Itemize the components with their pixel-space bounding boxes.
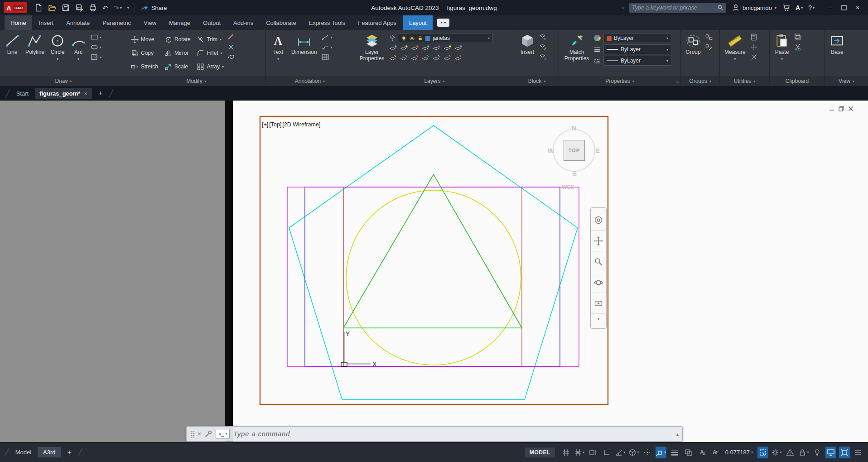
command-line-bar[interactable]: ⣿ × >_▾ ▴	[186, 426, 683, 442]
paste-button[interactable]: Paste ▾	[772, 32, 791, 63]
ribbon-tab-featured-apps[interactable]: Featured Apps	[352, 15, 402, 30]
cart-icon[interactable]	[782, 4, 790, 12]
viewcube-east[interactable]: E	[595, 147, 600, 154]
layer-tool-icon[interactable]	[443, 44, 452, 53]
insert-button[interactable]: Insert	[518, 32, 537, 57]
zoom-button[interactable]	[591, 251, 606, 272]
ribbon-tab-home[interactable]: Home	[5, 15, 32, 30]
viewcube-top-face[interactable]: TOP	[564, 140, 585, 161]
grid-toggle[interactable]	[560, 447, 571, 458]
graphics-performance-toggle[interactable]	[825, 447, 836, 458]
ortho-toggle[interactable]	[601, 447, 612, 458]
layer-thaw-icon[interactable]	[409, 35, 415, 41]
dimension-button[interactable]: Dimension	[289, 32, 319, 57]
lineweight-dropdown[interactable]: ByLayer▾	[603, 44, 671, 54]
osnap-tracking-toggle[interactable]	[642, 447, 653, 458]
point-style-button[interactable]	[749, 53, 758, 61]
command-close-icon[interactable]: ×	[198, 430, 201, 438]
ribbon-tab-addins[interactable]: Add-ins	[227, 15, 259, 30]
workspace-switching-button[interactable]: ▾	[771, 447, 782, 458]
command-customize-icon[interactable]	[205, 430, 212, 438]
copy-clip-button[interactable]	[793, 33, 802, 41]
ribbon-tab-insert[interactable]: Insert	[33, 15, 60, 30]
layer-tool-icon[interactable]	[410, 44, 420, 53]
ribbon-display-toggle[interactable]: ▪▾	[437, 19, 449, 27]
id-point-button[interactable]	[749, 43, 758, 51]
fillet-button[interactable]: Fillet▾	[196, 47, 225, 59]
maximize-button[interactable]	[837, 0, 851, 15]
annotation-panel-label[interactable]: Annotation▾	[266, 76, 354, 86]
viewcube-west[interactable]: W	[548, 147, 554, 154]
search-icon[interactable]	[717, 5, 723, 11]
isolate-objects-toggle[interactable]	[812, 447, 823, 458]
layer-dropdown[interactable]: janelas ▾	[398, 33, 493, 43]
close-button[interactable]: ×	[851, 0, 864, 15]
new-file-tab-button[interactable]: +	[98, 89, 102, 97]
viewport-visual-style-control[interactable]: [2D Wireframe]	[282, 121, 320, 128]
layer-tool-icon[interactable]	[421, 44, 430, 53]
draw-panel-label[interactable]: Draw▾	[0, 76, 127, 86]
search-box[interactable]	[629, 3, 726, 13]
viewcube-north[interactable]: N	[572, 124, 577, 132]
layer-tool-icon[interactable]	[389, 44, 398, 53]
block-attributes-button[interactable]: a	[539, 53, 548, 61]
plot-icon[interactable]	[89, 4, 97, 12]
file-tab-close-icon[interactable]: ×	[84, 90, 87, 97]
measure-button[interactable]: Measure ▾	[723, 32, 747, 63]
selection-window-toggle[interactable]	[757, 447, 768, 458]
open-file-icon[interactable]	[48, 4, 56, 12]
layer-tool-icon[interactable]	[454, 54, 463, 62]
annotation-scale-button[interactable]: 0.077187▾	[723, 449, 755, 456]
polar-tracking-toggle[interactable]: ▾	[615, 447, 626, 458]
clean-screen-toggle[interactable]	[839, 447, 850, 458]
ribbon-tab-view[interactable]: View	[138, 15, 162, 30]
properties-dialog-launcher-icon[interactable]: »	[676, 80, 679, 85]
selection-cycling-toggle[interactable]	[683, 447, 694, 458]
viewport-plus-control[interactable]: [+]	[262, 121, 268, 128]
hatch-tool-button[interactable]: ▾	[90, 53, 101, 61]
ellipse-tool-button[interactable]: ▾	[90, 43, 101, 51]
ribbon-tab-annotate[interactable]: Annotate	[60, 15, 96, 30]
doc-close-icon[interactable]	[848, 106, 854, 111]
groups-panel-label[interactable]: Groups▾	[681, 76, 719, 86]
layer-tool-icon[interactable]	[400, 54, 409, 62]
magenta-rectangle-shape[interactable]	[287, 187, 579, 366]
minimize-button[interactable]: ─	[824, 0, 837, 15]
full-navigation-wheel-button[interactable]	[591, 210, 606, 231]
ribbon-tab-parametric[interactable]: Parametric	[96, 15, 137, 30]
layer-on-icon[interactable]	[401, 35, 407, 41]
polyline-button[interactable]: Polyline	[24, 32, 46, 57]
save-as-icon[interactable]	[75, 4, 83, 12]
lock-ui-toggle[interactable]: ▾	[798, 447, 809, 458]
layer-tool-icon[interactable]	[454, 44, 463, 53]
quick-calc-button[interactable]	[749, 33, 758, 41]
new-file-icon[interactable]	[34, 4, 43, 12]
qat-dropdown-icon[interactable]: ▾	[127, 6, 129, 10]
account-button[interactable]: bmcgarrido ▾	[732, 4, 776, 12]
line-button[interactable]: Line	[3, 32, 22, 57]
model-space-toggle[interactable]: MODEL	[525, 448, 555, 457]
text-button[interactable]: A Text ▾	[269, 32, 288, 63]
circle-shape[interactable]	[346, 190, 521, 365]
ribbon-tab-collaborate[interactable]: Collaborate	[260, 15, 302, 30]
scale-button[interactable]: Scale	[164, 60, 191, 73]
group-button[interactable]: Group	[684, 32, 703, 57]
layer-lock-icon[interactable]	[417, 35, 423, 41]
move-button[interactable]: Move	[130, 33, 159, 46]
make-current-layer-icon[interactable]	[389, 34, 396, 42]
snap-toggle[interactable]: ▾	[574, 447, 585, 458]
trim-button[interactable]: Trim▾	[196, 33, 225, 46]
cut-clip-button[interactable]	[793, 43, 802, 51]
new-layout-button[interactable]: +	[68, 448, 72, 457]
properties-panel-label[interactable]: Properties▾	[559, 76, 680, 86]
command-prompt-button[interactable]: >_▾	[216, 429, 230, 439]
block-panel-label[interactable]: Block▾	[515, 76, 559, 86]
drawing-canvas[interactable]: Y X [+] [Top] [2D Wireframe] N W E S TOP…	[0, 101, 868, 442]
show-motion-button[interactable]	[591, 293, 606, 314]
viewcube-south[interactable]: S	[572, 169, 577, 177]
command-history-expand-icon[interactable]: ▴	[676, 432, 679, 437]
stretch-button[interactable]: Stretch	[130, 60, 159, 73]
erase-button[interactable]	[227, 33, 236, 41]
model-tab[interactable]: Model	[15, 449, 31, 456]
dim-style-button[interactable]: ▾	[321, 33, 333, 41]
